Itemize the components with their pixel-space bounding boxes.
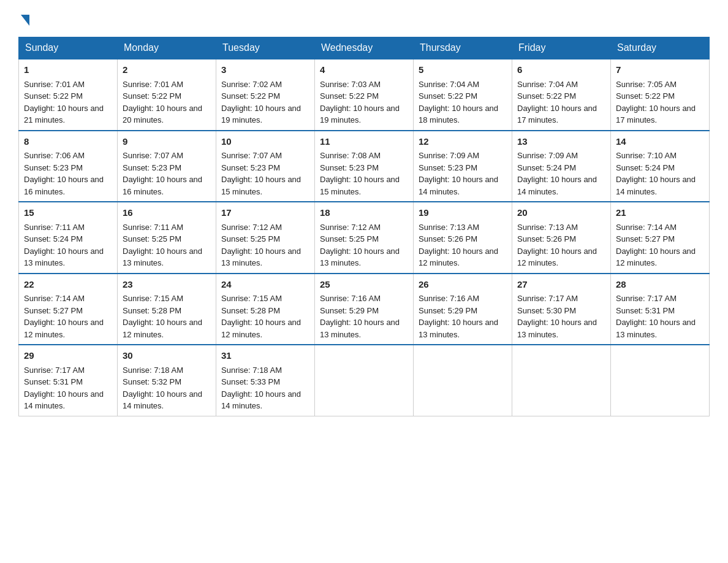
sunrise-info: Sunrise: 7:08 AM [320,151,381,160]
calendar-cell: 19Sunrise: 7:13 AMSunset: 5:26 PMDayligh… [414,202,512,274]
daylight-info: Daylight: 10 hours and 20 minutes. [123,104,202,125]
sunrise-info: Sunrise: 7:09 AM [517,151,578,160]
header-monday: Monday [118,37,216,59]
sunset-info: Sunset: 5:31 PM [616,306,675,315]
day-number: 19 [419,206,507,220]
sunrise-info: Sunrise: 7:04 AM [419,80,479,89]
sunrise-info: Sunrise: 7:17 AM [24,366,85,375]
week-row-2: 8Sunrise: 7:06 AMSunset: 5:23 PMDaylight… [19,131,710,202]
day-number: 26 [419,278,507,292]
calendar-cell: 23Sunrise: 7:15 AMSunset: 5:28 PMDayligh… [118,274,216,345]
sunset-info: Sunset: 5:30 PM [517,306,576,315]
sunrise-info: Sunrise: 7:14 AM [616,223,677,232]
sunrise-info: Sunrise: 7:15 AM [221,294,282,303]
sunrise-info: Sunrise: 7:01 AM [123,80,183,89]
sunset-info: Sunset: 5:24 PM [24,234,83,243]
calendar-cell: 18Sunrise: 7:12 AMSunset: 5:25 PMDayligh… [315,202,414,274]
day-number: 21 [616,206,704,220]
sunset-info: Sunset: 5:25 PM [123,234,181,243]
day-number: 17 [221,206,309,220]
daylight-info: Daylight: 10 hours and 13 minutes. [24,247,104,268]
page-header [18,12,710,25]
calendar-cell: 31Sunrise: 7:18 AMSunset: 5:33 PMDayligh… [216,345,315,416]
sunset-info: Sunset: 5:27 PM [616,234,675,243]
calendar-cell: 20Sunrise: 7:13 AMSunset: 5:26 PMDayligh… [512,202,611,274]
sunrise-info: Sunrise: 7:11 AM [24,223,85,232]
calendar-cell: 5Sunrise: 7:04 AMSunset: 5:22 PMDaylight… [414,59,512,131]
day-number: 13 [517,135,605,149]
calendar-cell: 21Sunrise: 7:14 AMSunset: 5:27 PMDayligh… [611,202,710,274]
sunrise-info: Sunrise: 7:06 AM [24,151,85,160]
sunset-info: Sunset: 5:23 PM [221,163,280,172]
day-number: 3 [221,63,309,77]
sunset-info: Sunset: 5:22 PM [123,91,181,101]
day-number: 20 [517,206,605,220]
calendar-cell: 3Sunrise: 7:02 AMSunset: 5:22 PMDaylight… [216,59,315,131]
week-row-5: 29Sunrise: 7:17 AMSunset: 5:31 PMDayligh… [19,345,710,416]
sunrise-info: Sunrise: 7:10 AM [616,151,677,160]
sunset-info: Sunset: 5:23 PM [24,163,83,172]
calendar-cell: 6Sunrise: 7:04 AMSunset: 5:22 PMDaylight… [512,59,611,131]
header-sunday: Sunday [19,37,118,59]
sunset-info: Sunset: 5:22 PM [616,91,675,101]
sunrise-info: Sunrise: 7:07 AM [221,151,282,160]
day-number: 22 [24,278,112,292]
calendar-cell: 4Sunrise: 7:03 AMSunset: 5:22 PMDaylight… [315,59,414,131]
sunrise-info: Sunrise: 7:18 AM [123,366,183,375]
header-tuesday: Tuesday [216,37,315,59]
daylight-info: Daylight: 10 hours and 13 minutes. [419,318,498,339]
sunrise-info: Sunrise: 7:02 AM [221,80,282,89]
logo-arrow-icon [21,15,29,26]
calendar-cell: 12Sunrise: 7:09 AMSunset: 5:23 PMDayligh… [414,131,512,202]
sunrise-info: Sunrise: 7:17 AM [517,294,578,303]
sunrise-info: Sunrise: 7:13 AM [419,223,479,232]
sunset-info: Sunset: 5:23 PM [320,163,379,172]
day-number: 1 [24,63,112,77]
day-number: 9 [123,135,211,149]
daylight-info: Daylight: 10 hours and 21 minutes. [24,104,104,125]
sunset-info: Sunset: 5:26 PM [419,234,477,243]
calendar-cell: 28Sunrise: 7:17 AMSunset: 5:31 PMDayligh… [611,274,710,345]
calendar-cell [315,345,414,416]
sunrise-info: Sunrise: 7:07 AM [123,151,183,160]
calendar-cell: 14Sunrise: 7:10 AMSunset: 5:24 PMDayligh… [611,131,710,202]
daylight-info: Daylight: 10 hours and 14 minutes. [123,389,202,411]
sunset-info: Sunset: 5:22 PM [517,91,576,101]
day-number: 8 [24,135,112,149]
sunrise-info: Sunrise: 7:05 AM [616,80,677,89]
daylight-info: Daylight: 10 hours and 14 minutes. [616,175,696,196]
daylight-info: Daylight: 10 hours and 12 minutes. [123,318,202,339]
day-number: 11 [320,135,408,149]
daylight-info: Daylight: 10 hours and 14 minutes. [517,175,597,196]
calendar-cell: 11Sunrise: 7:08 AMSunset: 5:23 PMDayligh… [315,131,414,202]
calendar-cell: 25Sunrise: 7:16 AMSunset: 5:29 PMDayligh… [315,274,414,345]
calendar-cell: 10Sunrise: 7:07 AMSunset: 5:23 PMDayligh… [216,131,315,202]
week-row-4: 22Sunrise: 7:14 AMSunset: 5:27 PMDayligh… [19,274,710,345]
day-number: 29 [24,349,112,363]
calendar-cell: 7Sunrise: 7:05 AMSunset: 5:22 PMDaylight… [611,59,710,131]
calendar-cell: 1Sunrise: 7:01 AMSunset: 5:22 PMDaylight… [19,59,118,131]
day-number: 6 [517,63,605,77]
calendar-cell: 2Sunrise: 7:01 AMSunset: 5:22 PMDaylight… [118,59,216,131]
sunrise-info: Sunrise: 7:13 AM [517,223,578,232]
sunset-info: Sunset: 5:23 PM [419,163,477,172]
daylight-info: Daylight: 10 hours and 19 minutes. [320,104,400,125]
day-number: 31 [221,349,309,363]
daylight-info: Daylight: 10 hours and 12 minutes. [419,247,498,268]
sunrise-info: Sunrise: 7:17 AM [616,294,677,303]
sunset-info: Sunset: 5:27 PM [24,306,83,315]
day-number: 7 [616,63,704,77]
day-number: 4 [320,63,408,77]
daylight-info: Daylight: 10 hours and 13 minutes. [616,318,696,339]
sunrise-info: Sunrise: 7:16 AM [320,294,381,303]
daylight-info: Daylight: 10 hours and 14 minutes. [24,389,104,411]
daylight-info: Daylight: 10 hours and 17 minutes. [616,104,696,125]
week-row-1: 1Sunrise: 7:01 AMSunset: 5:22 PMDaylight… [19,59,710,131]
day-number: 15 [24,206,112,220]
sunset-info: Sunset: 5:22 PM [419,91,477,101]
calendar-cell: 8Sunrise: 7:06 AMSunset: 5:23 PMDaylight… [19,131,118,202]
daylight-info: Daylight: 10 hours and 16 minutes. [123,175,202,196]
daylight-info: Daylight: 10 hours and 13 minutes. [320,247,400,268]
sunrise-info: Sunrise: 7:01 AM [24,80,85,89]
sunset-info: Sunset: 5:29 PM [320,306,379,315]
